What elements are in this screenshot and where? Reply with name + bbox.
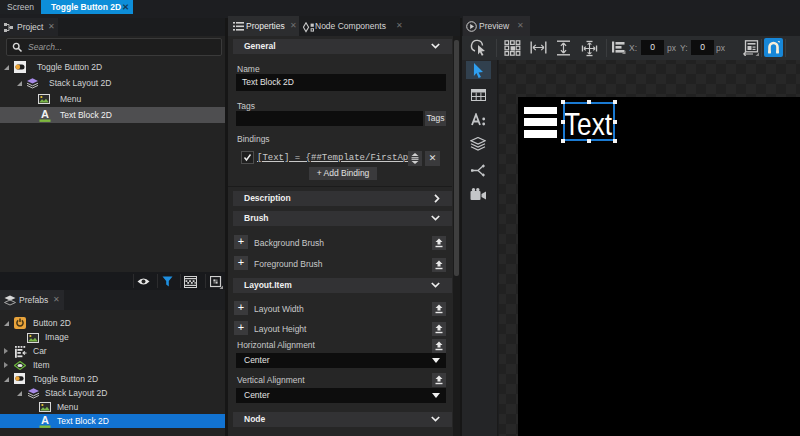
- svg-text:A: A: [41, 415, 49, 426]
- svg-text:A: A: [41, 109, 49, 120]
